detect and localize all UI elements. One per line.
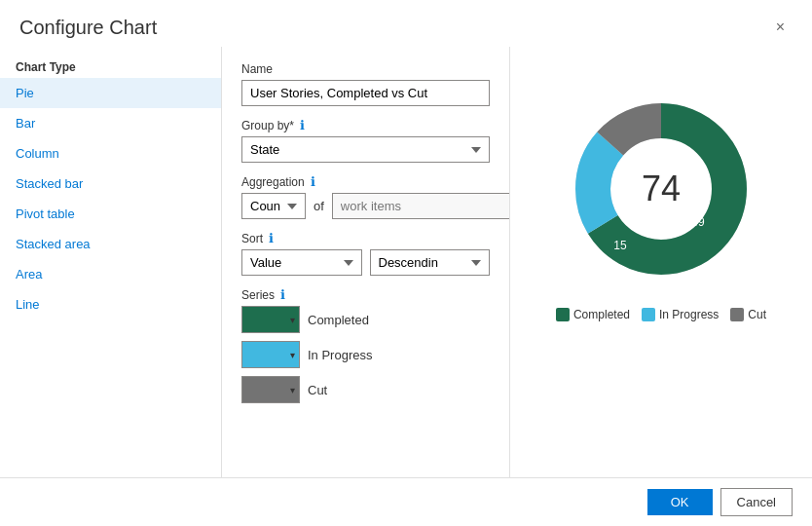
legend-swatch-cut (730, 308, 744, 321)
sidebar-item-column[interactable]: Column (0, 138, 221, 169)
sort-dir-select[interactable]: Descendin (370, 249, 491, 276)
series-field-group: Series ℹ ▾ Completed ▾ (241, 287, 490, 403)
chart-type-sidebar: Chart Type Pie Bar Column Stacked bar Pi… (0, 47, 222, 477)
chart-legend: Completed In Progress Cut (556, 308, 766, 321)
group-by-info-icon[interactable]: ℹ (300, 118, 305, 132)
sidebar-item-stacked-area[interactable]: Stacked area (0, 229, 221, 259)
legend-label-cut: Cut (748, 308, 766, 321)
group-by-field-group: Group by* ℹ State (241, 118, 490, 163)
sort-field-group: Sort ℹ Value Descendin (241, 231, 490, 276)
aggregation-of-text: of (314, 199, 324, 213)
sidebar-item-area[interactable]: Area (0, 259, 221, 289)
legend-swatch-in-progress (642, 308, 655, 321)
segment-label-completed: 49 (691, 215, 705, 229)
dialog-body: Chart Type Pie Bar Column Stacked bar Pi… (0, 47, 812, 477)
sort-by-select[interactable]: Value (241, 249, 362, 276)
series-color-btn-cut[interactable]: ▾ (241, 376, 300, 403)
aggregation-of-input[interactable] (332, 193, 510, 219)
group-by-select[interactable]: State (241, 136, 490, 163)
close-button[interactable]: × (768, 16, 793, 39)
chart-preview: 49 15 10 74 Completed In Progress (510, 47, 812, 477)
dialog-header: Configure Chart × (0, 0, 812, 47)
legend-item-cut: Cut (730, 308, 766, 321)
chart-type-label: Chart Type (0, 55, 221, 78)
series-item-completed: ▾ Completed (241, 306, 490, 333)
series-label: Series ℹ (241, 287, 490, 302)
configure-chart-dialog: Configure Chart × Chart Type Pie Bar Col… (0, 0, 812, 526)
chevron-down-icon: ▾ (290, 350, 295, 360)
sidebar-item-pie[interactable]: Pie (0, 78, 221, 108)
chevron-down-icon: ▾ (290, 385, 295, 395)
donut-chart: 49 15 10 74 (554, 82, 768, 296)
cancel-button[interactable]: Cancel (720, 488, 793, 516)
segment-label-cut: 10 (662, 141, 676, 155)
name-input[interactable] (241, 80, 490, 106)
sidebar-item-line[interactable]: Line (0, 289, 221, 319)
aggregation-select[interactable]: Coun (241, 193, 306, 219)
chevron-down-icon: ▾ (290, 315, 295, 325)
segment-label-in-progress: 15 (613, 239, 627, 252)
sort-row: Value Descendin (241, 249, 490, 276)
series-item-cut: ▾ Cut (241, 376, 490, 403)
sort-label: Sort ℹ (241, 231, 490, 245)
sidebar-item-pivot-table[interactable]: Pivot table (0, 199, 221, 229)
series-name-completed: Completed (308, 313, 369, 327)
dialog-title: Configure Chart (19, 17, 157, 39)
name-field-group: Name (241, 62, 490, 106)
donut-center-value: 74 (642, 169, 681, 209)
series-list: ▾ Completed ▾ In Progress ▾ (241, 306, 490, 403)
name-label: Name (241, 62, 490, 76)
ok-button[interactable]: OK (647, 489, 713, 515)
legend-item-in-progress: In Progress (642, 308, 719, 321)
aggregation-field-group: Aggregation ℹ Coun of (241, 174, 490, 219)
group-by-label: Group by* ℹ (241, 118, 490, 132)
sidebar-item-stacked-bar[interactable]: Stacked bar (0, 169, 221, 199)
aggregation-label: Aggregation ℹ (241, 174, 490, 189)
legend-label-in-progress: In Progress (659, 308, 719, 321)
aggregation-row: Coun of (241, 193, 490, 219)
dialog-footer: OK Cancel (0, 477, 812, 526)
legend-label-completed: Completed (573, 308, 630, 321)
config-area: Name Group by* ℹ State Aggregation ℹ (222, 47, 510, 477)
series-color-btn-completed[interactable]: ▾ (241, 306, 300, 333)
series-item-in-progress: ▾ In Progress (241, 341, 490, 368)
series-info-icon[interactable]: ℹ (280, 287, 285, 302)
legend-swatch-completed (556, 308, 570, 321)
legend-item-completed: Completed (556, 308, 630, 321)
aggregation-info-icon[interactable]: ℹ (311, 174, 315, 189)
series-color-btn-in-progress[interactable]: ▾ (241, 341, 300, 368)
sidebar-item-bar[interactable]: Bar (0, 108, 221, 138)
series-name-cut: Cut (308, 383, 327, 397)
sort-info-icon[interactable]: ℹ (269, 231, 274, 245)
series-name-in-progress: In Progress (308, 348, 372, 362)
